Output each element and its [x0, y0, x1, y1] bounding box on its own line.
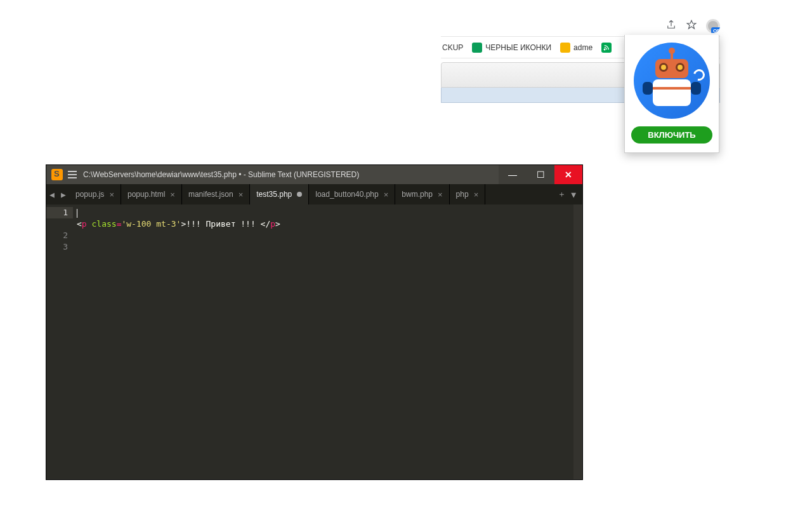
line-number: 1: [46, 207, 73, 218]
tab-label: test35.php: [256, 190, 292, 199]
tab-nav-next-icon[interactable]: ▶: [58, 184, 69, 204]
profile-avatar[interactable]: OFF: [706, 19, 720, 33]
dirty-dot-icon: [297, 192, 302, 197]
tab-php[interactable]: php×: [450, 184, 486, 204]
line-number: 3: [63, 242, 68, 251]
sublime-window: C:\WebServers\home\dewiar\www\test35.php…: [46, 165, 582, 479]
tab-label: bwm.php: [402, 190, 433, 199]
window-title: C:\WebServers\home\dewiar\www\test35.php…: [83, 170, 499, 179]
address-row: OFF: [441, 18, 720, 37]
tab-label: popup.html: [128, 190, 165, 199]
tab-close-icon[interactable]: ×: [474, 190, 479, 199]
minimize-button[interactable]: —: [499, 165, 527, 184]
tab-row: ◀ ▶ popup.js×popup.html×manifest.json×te…: [46, 184, 582, 204]
tab-close-icon[interactable]: ×: [438, 190, 443, 199]
editor-body: 1 2 3 <p class='w-100 mt-3'>!!! Привет !…: [46, 204, 582, 479]
bookmark-ckup[interactable]: CKUP: [442, 43, 463, 52]
tab-load_button40-php[interactable]: load_button40.php×: [309, 184, 395, 204]
code-line-1: [77, 207, 562, 218]
tab-popup-html[interactable]: popup.html×: [121, 184, 182, 204]
tab-label: popup.js: [75, 190, 104, 199]
line-number: 2: [63, 231, 68, 240]
tab-close-icon[interactable]: ×: [109, 190, 114, 199]
tab-dropdown-icon[interactable]: ▼: [571, 190, 576, 199]
gutter: 1 2 3: [46, 204, 73, 479]
bookmark-rss[interactable]: [601, 43, 612, 53]
tab-popup-js[interactable]: popup.js×: [69, 184, 121, 204]
code-line-3: [77, 230, 562, 241]
tab-bwm-php[interactable]: bwm.php×: [395, 184, 449, 204]
tab-close-icon[interactable]: ×: [170, 190, 175, 199]
share-icon[interactable]: [665, 19, 677, 33]
bookmark-label: adme: [573, 43, 593, 52]
tab-label: load_button40.php: [315, 190, 378, 199]
tab-close-icon[interactable]: ×: [384, 190, 389, 199]
bookmark-adme[interactable]: adme: [560, 43, 593, 53]
bookmark-label: ЧЕРНЫЕ ИКОНКИ: [485, 43, 551, 52]
svg-point-0: [604, 49, 605, 50]
tab-nav-prev-icon[interactable]: ◀: [46, 184, 58, 204]
tab-label: php: [456, 190, 469, 199]
robot-icon: [634, 43, 710, 119]
off-badge: OFF: [711, 27, 720, 33]
bookmark-black-icons[interactable]: ЧЕРНЫЕ ИКОНКИ: [472, 43, 551, 53]
minimap[interactable]: [562, 204, 573, 479]
tab-test35-php[interactable]: test35.php: [250, 184, 309, 204]
maximize-button[interactable]: ☐: [527, 165, 554, 184]
extension-popup: ВКЛЮЧИТЬ: [624, 35, 719, 153]
sublime-logo-icon: [51, 169, 63, 180]
bookmark-icon: [560, 43, 570, 53]
tab-label: manifest.json: [188, 190, 233, 199]
titlebar[interactable]: C:\WebServers\home\dewiar\www\test35.php…: [46, 165, 582, 184]
hamburger-menu-icon[interactable]: [68, 171, 77, 178]
tab-manifest-json[interactable]: manifest.json×: [182, 184, 250, 204]
tab-close-icon[interactable]: ×: [239, 190, 244, 199]
bookmark-icon: [472, 43, 482, 53]
code-area[interactable]: <p class='w-100 mt-3'>!!! Привет !!! </p…: [73, 204, 562, 479]
bookmark-label: CKUP: [442, 43, 463, 52]
new-tab-button[interactable]: ＋: [558, 189, 566, 200]
code-line-2: <p class='w-100 mt-3'>!!! Привет !!! </p…: [77, 218, 562, 230]
star-icon[interactable]: [686, 19, 697, 33]
enable-button[interactable]: ВКЛЮЧИТЬ: [631, 126, 712, 144]
rss-icon: [601, 43, 612, 53]
close-button[interactable]: ✕: [554, 165, 582, 184]
scrollbar[interactable]: [573, 204, 582, 479]
